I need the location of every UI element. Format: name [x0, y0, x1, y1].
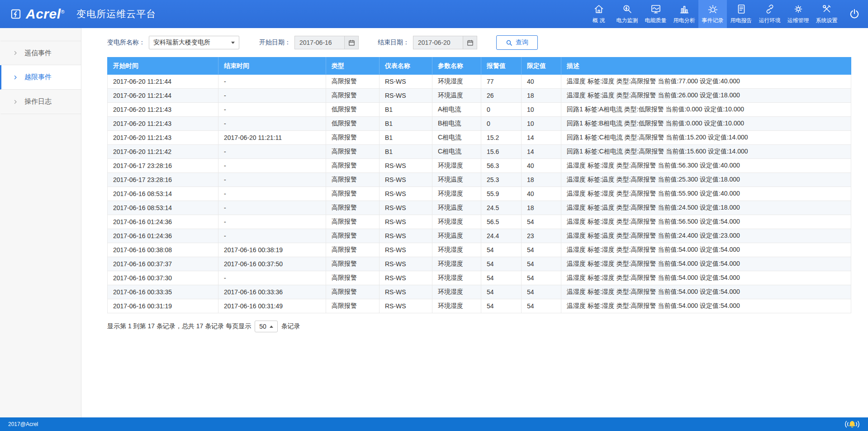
caret-up-icon	[270, 326, 273, 328]
table-cell: 温湿度 标签:湿度 类型:高限报警 当前值:54.000 设定值:54.000	[561, 285, 851, 299]
table-cell: RS-WS	[379, 257, 432, 271]
table-cell: 40	[522, 187, 561, 201]
end-date-calendar-button[interactable]	[463, 36, 477, 49]
power-icon	[849, 8, 860, 20]
table-cell: B相电流	[432, 117, 481, 131]
nav-item-operating-environment[interactable]: 运行环境	[755, 0, 784, 28]
table-cell: 温湿度 标签:温度 类型:高限报警 当前值:24.400 设定值:23.000	[561, 229, 851, 243]
nav-item-power-quality[interactable]: 电能质量	[641, 0, 670, 28]
query-button[interactable]: 查询	[496, 35, 538, 50]
pagination: 显示第 1 到第 17 条记录，总共 17 条记录 每页显示 50 条记录	[107, 321, 851, 332]
table-cell: A相电流	[432, 103, 481, 117]
station-select[interactable]: 安科瑞新大楼变电所	[149, 36, 239, 49]
column-header: 限定值	[522, 57, 561, 75]
notification-bell-icon[interactable]	[844, 419, 860, 430]
table-cell: 高限报警	[326, 187, 379, 201]
table-cell: 高限报警	[326, 271, 379, 285]
table-row[interactable]: 2017-06-20 11:21:42-高限报警B1C相电流15.614回路1 …	[108, 145, 851, 159]
sidebar-item-remote-signal-events[interactable]: 遥信事件	[0, 41, 81, 65]
table-row[interactable]: 2017-06-16 00:37:372017-06-16 00:37:50高限…	[108, 257, 851, 271]
table-row[interactable]: 2017-06-16 08:53:14-高限报警RS-WS环境温度24.518温…	[108, 201, 851, 215]
page-size-select[interactable]: 50	[255, 321, 278, 332]
pagination-summary-suffix: 条记录	[281, 322, 300, 330]
table-row[interactable]: 2017-06-20 11:21:44-高限报警RS-WS环境湿度7740温湿度…	[108, 75, 851, 89]
nav-item-event-records[interactable]: 事件记录	[698, 0, 727, 28]
table-cell: 高限报警	[326, 243, 379, 257]
table-cell: 环境湿度	[432, 257, 481, 271]
logout-power-button[interactable]	[841, 0, 868, 28]
table-cell: 高限报警	[326, 145, 379, 159]
settings-icon	[821, 4, 832, 14]
table-cell: 2017-06-16 00:38:19	[218, 243, 326, 257]
table-cell: 54	[522, 243, 561, 257]
calendar-icon	[348, 39, 355, 46]
table-cell: 54	[481, 243, 522, 257]
table-row[interactable]: 2017-06-16 00:37:30-高限报警RS-WS环境湿度5454温湿度…	[108, 271, 851, 285]
table-cell: 高限报警	[326, 159, 379, 173]
sidebar-item-limit-violation-events[interactable]: 越限事件	[0, 65, 81, 90]
table-row[interactable]: 2017-06-17 23:28:16-高限报警RS-WS环境温度25.318温…	[108, 173, 851, 187]
table-cell: 温湿度 标签:温度 类型:高限报警 当前值:24.500 设定值:18.000	[561, 201, 851, 215]
start-date-calendar-button[interactable]	[344, 36, 359, 49]
nav-item-electricity-analysis[interactable]: 用电分析	[670, 0, 698, 28]
table-cell: 2017-06-16 00:37:50	[218, 257, 326, 271]
table-cell: 高限报警	[326, 75, 379, 89]
table-cell: 低限报警	[326, 103, 379, 117]
column-header: 参数名称	[432, 57, 481, 75]
nav-item-electricity-report[interactable]: 用电报告	[727, 0, 755, 28]
nav-item-label: 电力监测	[617, 17, 638, 24]
nav-item-maintenance-management[interactable]: 运维管理	[784, 0, 812, 28]
start-date-input[interactable]	[294, 36, 344, 49]
table-cell: 高限报警	[326, 89, 379, 103]
table-cell: 环境湿度	[432, 285, 481, 299]
table-cell: -	[218, 271, 326, 285]
station-select-value: 安科瑞新大楼变电所	[153, 38, 210, 47]
table-row[interactable]: 2017-06-20 11:21:432017-06-20 11:21:11高限…	[108, 131, 851, 145]
table-cell: 54	[522, 271, 561, 285]
table-cell: 2017-06-16 08:53:14	[108, 187, 218, 201]
table-row[interactable]: 2017-06-20 11:21:43-低限报警B1B相电流010回路1 标签:…	[108, 117, 851, 131]
table-cell: 0	[481, 117, 522, 131]
events-icon	[707, 4, 718, 14]
table-cell: 40	[522, 159, 561, 173]
column-header: 报警值	[481, 57, 522, 75]
table-row[interactable]: 2017-06-16 01:24:36-高限报警RS-WS环境湿度56.554温…	[108, 215, 851, 229]
nav-item-label: 用电报告	[730, 17, 752, 24]
column-header: 开始时间	[108, 57, 218, 75]
table-cell: 2017-06-20 11:21:42	[108, 145, 218, 159]
table-cell: 环境湿度	[432, 299, 481, 313]
nav-item-overview[interactable]: 概 况	[584, 0, 613, 28]
table-row[interactable]: 2017-06-16 00:31:192017-06-16 00:31:49高限…	[108, 299, 851, 313]
table-cell: 24.5	[481, 201, 522, 215]
copyright: 2017@Acrel	[8, 421, 38, 427]
monitor-icon	[622, 4, 633, 14]
brand[interactable]: Acrel® 变电所运维云平台	[0, 0, 156, 28]
table-row[interactable]: 2017-06-20 11:21:43-低限报警B1A相电流010回路1 标签:…	[108, 103, 851, 117]
table-cell: 回路1 标签:B相电流 类型:低限报警 当前值:0.000 设定值:10.000	[561, 117, 851, 131]
page-size-value: 50	[259, 323, 266, 330]
bottom-footer: 2017@Acrel	[0, 417, 868, 431]
table-row[interactable]: 2017-06-16 01:24:36-高限报警RS-WS环境温度24.423温…	[108, 229, 851, 243]
table-row[interactable]: 2017-06-16 08:53:14-高限报警RS-WS环境湿度55.940温…	[108, 187, 851, 201]
analysis-icon	[679, 4, 690, 14]
quality-icon	[650, 4, 661, 14]
column-header: 描述	[561, 57, 851, 75]
table-row[interactable]: 2017-06-17 23:28:16-高限报警RS-WS环境湿度56.340温…	[108, 159, 851, 173]
environment-icon	[764, 4, 775, 14]
end-date-input[interactable]	[413, 36, 463, 49]
column-header: 仪表名称	[379, 57, 432, 75]
events-table-header-row: 开始时间结束时间类型仪表名称参数名称报警值限定值描述	[108, 57, 851, 75]
table-cell: 15.6	[481, 145, 522, 159]
search-icon	[506, 39, 512, 46]
sidebar-item-operation-logs[interactable]: 操作日志	[0, 90, 81, 114]
events-table-head: 开始时间结束时间类型仪表名称参数名称报警值限定值描述	[108, 57, 851, 75]
table-row[interactable]: 2017-06-16 00:33:352017-06-16 00:33:36高限…	[108, 285, 851, 299]
table-cell: RS-WS	[379, 201, 432, 215]
table-cell: 54	[522, 285, 561, 299]
nav-item-power-monitoring[interactable]: 电力监测	[613, 0, 641, 28]
table-cell: 2017-06-16 01:24:36	[108, 215, 218, 229]
nav-item-system-settings[interactable]: 系统设置	[812, 0, 841, 28]
table-cell: -	[218, 173, 326, 187]
table-row[interactable]: 2017-06-20 11:21:44-高限报警RS-WS环境温度2618温湿度…	[108, 89, 851, 103]
table-row[interactable]: 2017-06-16 00:38:082017-06-16 00:38:19高限…	[108, 243, 851, 257]
